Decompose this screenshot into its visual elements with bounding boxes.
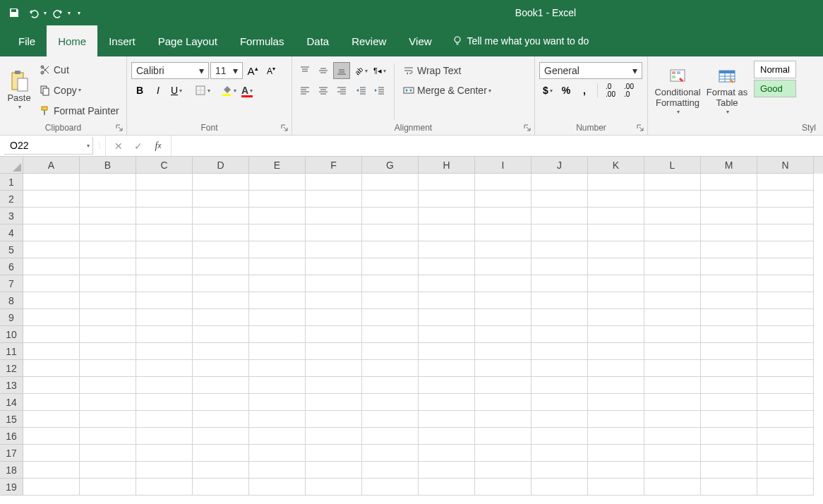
cell[interactable] — [80, 479, 136, 496]
cell[interactable] — [136, 394, 193, 411]
number-format-combo[interactable]: General▾ — [539, 62, 642, 79]
tab-formulas[interactable]: Formulas — [229, 25, 296, 56]
cell[interactable] — [136, 377, 193, 394]
cell[interactable] — [193, 258, 249, 275]
font-launcher[interactable] — [280, 123, 289, 133]
cell[interactable] — [588, 191, 644, 208]
cell[interactable] — [475, 224, 531, 241]
cell[interactable] — [80, 309, 136, 326]
cell[interactable] — [193, 394, 249, 411]
cell[interactable] — [644, 275, 701, 292]
cancel-formula-button[interactable]: ✕ — [109, 136, 128, 156]
italic-button[interactable]: I — [150, 82, 167, 99]
cell[interactable] — [193, 191, 249, 208]
cell[interactable] — [80, 394, 136, 411]
cell[interactable] — [249, 360, 306, 377]
cell[interactable] — [644, 258, 701, 275]
cell[interactable] — [249, 411, 306, 428]
cell[interactable] — [193, 208, 249, 224]
cell[interactable] — [193, 445, 249, 462]
cell[interactable] — [362, 377, 419, 394]
cut-button[interactable]: Cut — [37, 61, 122, 78]
cell[interactable] — [757, 462, 814, 479]
cell[interactable] — [701, 462, 757, 479]
cell[interactable] — [757, 343, 814, 360]
cell[interactable] — [80, 377, 136, 394]
name-box-dropdown[interactable]: ▾ — [87, 143, 90, 149]
increase-font-button[interactable]: A▴ — [244, 62, 261, 79]
cell[interactable] — [193, 462, 249, 479]
cell[interactable] — [362, 309, 419, 326]
cell[interactable] — [588, 360, 644, 377]
cell[interactable] — [531, 241, 588, 258]
cell[interactable] — [701, 479, 757, 496]
col-header[interactable]: F — [306, 157, 362, 174]
clipboard-launcher[interactable] — [114, 123, 124, 133]
cell[interactable] — [644, 360, 701, 377]
row-header[interactable]: 4 — [0, 224, 23, 241]
cell[interactable] — [701, 275, 757, 292]
cell[interactable] — [475, 462, 531, 479]
cell[interactable] — [757, 292, 814, 309]
cell[interactable] — [306, 377, 362, 394]
cell[interactable] — [193, 326, 249, 343]
cell[interactable] — [306, 241, 362, 258]
tab-data[interactable]: Data — [295, 25, 340, 56]
row-header[interactable]: 5 — [0, 241, 23, 258]
font-size-combo[interactable]: 11▾ — [210, 62, 243, 79]
cell[interactable] — [249, 241, 306, 258]
cell[interactable] — [475, 258, 531, 275]
cell[interactable] — [531, 377, 588, 394]
cell-style-normal[interactable]: Normal — [754, 61, 796, 78]
row-header[interactable]: 19 — [0, 479, 23, 496]
cell[interactable] — [306, 462, 362, 479]
redo-dropdown[interactable]: ▾ — [68, 10, 71, 16]
cell[interactable] — [419, 224, 475, 241]
cell[interactable] — [193, 428, 249, 445]
cell[interactable] — [419, 445, 475, 462]
cell[interactable] — [249, 208, 306, 224]
cell[interactable] — [531, 174, 588, 191]
cell[interactable] — [23, 377, 80, 394]
cell[interactable] — [644, 479, 701, 496]
save-button[interactable] — [6, 4, 23, 21]
cell[interactable] — [588, 241, 644, 258]
align-bottom-button[interactable] — [333, 62, 350, 79]
cell[interactable] — [475, 428, 531, 445]
redo-button[interactable] — [49, 4, 66, 21]
align-center-button[interactable] — [315, 82, 332, 99]
cell[interactable] — [306, 445, 362, 462]
cell[interactable] — [23, 191, 80, 208]
cell[interactable] — [306, 479, 362, 496]
cell[interactable] — [588, 445, 644, 462]
align-left-button[interactable] — [296, 82, 313, 99]
cell[interactable] — [701, 326, 757, 343]
cell[interactable] — [588, 428, 644, 445]
cell[interactable] — [249, 428, 306, 445]
cell[interactable] — [249, 462, 306, 479]
row-header[interactable]: 16 — [0, 428, 23, 445]
cell[interactable] — [80, 411, 136, 428]
alignment-launcher[interactable] — [522, 123, 532, 133]
col-header[interactable]: B — [80, 157, 136, 174]
col-header[interactable]: H — [419, 157, 475, 174]
cell[interactable] — [531, 479, 588, 496]
text-direction-button[interactable]: ¶◂▾ — [371, 62, 388, 79]
row-header[interactable]: 13 — [0, 377, 23, 394]
cell[interactable] — [419, 343, 475, 360]
row-header[interactable]: 7 — [0, 275, 23, 292]
paste-button[interactable]: Paste ▾ — [4, 59, 34, 121]
format-as-table-button[interactable]: Format as Table▾ — [704, 61, 750, 121]
cell[interactable] — [475, 174, 531, 191]
cell[interactable] — [419, 326, 475, 343]
cell[interactable] — [249, 445, 306, 462]
percent-format-button[interactable]: % — [558, 82, 575, 99]
cell[interactable] — [80, 292, 136, 309]
cell[interactable] — [644, 208, 701, 224]
cell[interactable] — [136, 258, 193, 275]
decrease-indent-button[interactable] — [353, 82, 370, 99]
cell[interactable] — [475, 208, 531, 224]
cell[interactable] — [23, 241, 80, 258]
cell[interactable] — [475, 191, 531, 208]
row-header[interactable]: 17 — [0, 445, 23, 462]
